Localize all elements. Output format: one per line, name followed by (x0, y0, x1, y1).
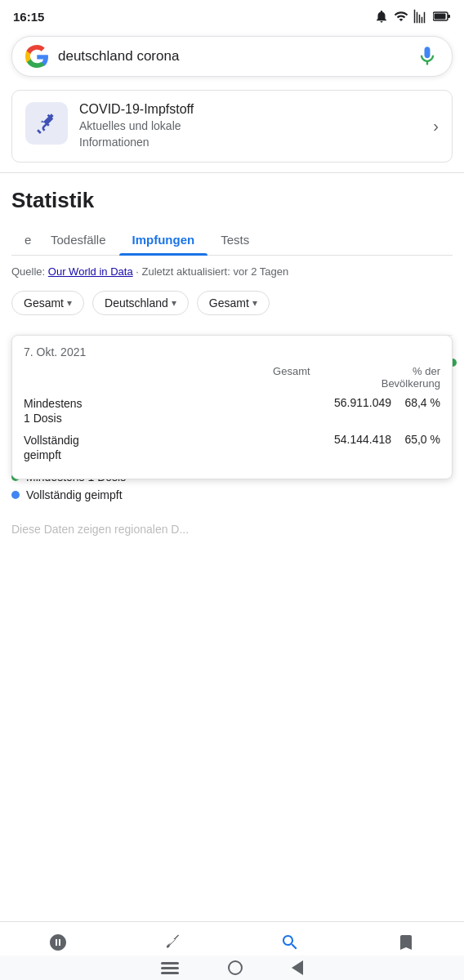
status-time: 16:15 (13, 10, 44, 24)
dropdowns-row: Gesamt ▾ Deutschland ▾ Gesamt ▾ (0, 286, 464, 325)
dropdown-label-3: Gesamt (209, 296, 249, 310)
source-date: · Zuletzt aktualisiert: vor 2 Tagen (136, 265, 288, 278)
android-menu-btn[interactable] (161, 967, 179, 969)
wifi-icon (394, 9, 408, 24)
vaccine-icon (33, 110, 60, 136)
dropdown-arrow-2: ▾ (172, 297, 176, 309)
tooltip-row-2: Vollständig geimpft 54.144.418 65,0 % (24, 433, 440, 462)
dropdown-label-1: Gesamt (24, 296, 64, 310)
dropdown-arrow-3: ▾ (252, 297, 257, 309)
sammlung-icon (396, 933, 416, 957)
source-label: Quelle: (11, 265, 45, 278)
vaccine-card[interactable]: COVID-19-Impfstoff Aktuelles und lokaleI… (11, 90, 453, 163)
tooltip-value-1: 56.911.049 (122, 396, 391, 409)
legend-dot-2 (11, 491, 20, 499)
android-back-btn[interactable] (292, 960, 303, 975)
legend-label-2: Vollständig geimpft (26, 488, 123, 501)
svg-rect-1 (435, 14, 446, 20)
vaccine-subtitle: Aktuelles und lokaleInformationen (79, 118, 422, 150)
tooltip-headers: Gesamt % der Bevölkerung (24, 365, 440, 390)
tooltip-pct-2: 65,0 % (391, 433, 440, 446)
tab-tests[interactable]: Tests (207, 225, 262, 255)
statistik-title: Statistik (11, 188, 453, 213)
alarm-icon (374, 9, 389, 24)
vaccine-chevron-icon: › (433, 117, 439, 136)
suche-icon (280, 933, 300, 957)
legend-item-2: Vollständig geimpft (11, 488, 453, 501)
source-line: Quelle: Our World in Data · Zuletzt aktu… (0, 256, 464, 286)
status-bar: 16:15 (0, 0, 464, 29)
dropdown-gesamt-1[interactable]: Gesamt ▾ (11, 291, 84, 315)
tab-impfungen[interactable]: Impfungen (119, 225, 208, 255)
discover-icon (48, 933, 68, 957)
mic-icon[interactable] (416, 45, 439, 68)
battery-icon (433, 11, 451, 22)
chart-area: 7. Okt. 2021 Gesamt % der Bevölkerung Mi… (11, 335, 453, 462)
tooltip-pct-1: 68,4 % (391, 396, 440, 409)
dropdown-arrow-1: ▾ (67, 297, 72, 309)
svg-rect-2 (448, 15, 450, 18)
status-icons (374, 9, 451, 24)
tooltip-date: 7. Okt. 2021 (24, 345, 440, 359)
tooltip-header-pct: % der Bevölkerung (310, 365, 440, 390)
signal-icon (413, 9, 428, 24)
tooltip-label-2: Vollständig geimpft (24, 433, 122, 462)
fade-text: Diese Daten zeigen regionalen D... (11, 523, 189, 536)
vaccine-title: COVID-19-Impfstoff (79, 102, 422, 117)
tooltip-label-1: Mindestens 1 Dosis (24, 396, 122, 425)
vaccine-icon-box (25, 102, 68, 145)
google-logo (25, 45, 48, 68)
tab-todesfalle[interactable]: Todesfälle (38, 225, 119, 255)
source-link[interactable]: Our World in Data (48, 265, 133, 278)
search-bar[interactable]: deutschland corona (11, 36, 453, 77)
tooltip-header-gesamt: Gesamt (180, 365, 310, 390)
chart-tooltip: 7. Okt. 2021 Gesamt % der Bevölkerung Mi… (11, 335, 453, 479)
dropdown-gesamt-2[interactable]: Gesamt ▾ (197, 291, 270, 315)
dropdown-label-2: Deutschland (105, 296, 168, 310)
tab-partial[interactable]: e (11, 225, 38, 255)
search-query: deutschland corona (58, 48, 406, 65)
dropdown-deutschland[interactable]: Deutschland ▾ (92, 291, 189, 315)
bottom-fade: Diese Daten zeigen regionalen D... (0, 514, 464, 539)
search-bar-container: deutschland corona (0, 29, 464, 87)
android-nav-bar (0, 956, 464, 980)
tabs-container: e Todesfälle Impfungen Tests (11, 225, 453, 256)
tooltip-value-2: 54.144.418 (122, 433, 391, 446)
vaccine-text: COVID-19-Impfstoff Aktuelles und lokaleI… (79, 102, 422, 150)
tooltip-row-1: Mindestens 1 Dosis 56.911.049 68,4 % (24, 396, 440, 425)
statistik-section: Statistik e Todesfälle Impfungen Tests (0, 173, 464, 256)
android-home-btn[interactable] (228, 960, 243, 975)
snapshot-icon (164, 933, 184, 957)
